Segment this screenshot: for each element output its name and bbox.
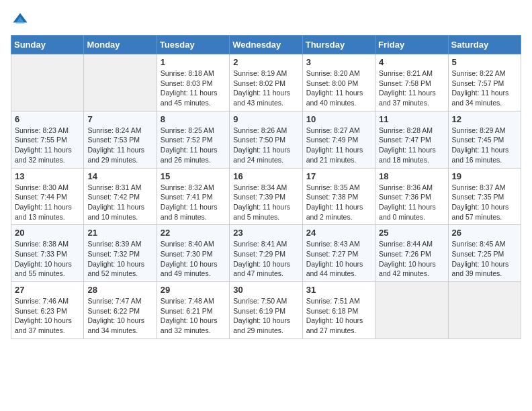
calendar-cell: 28Sunrise: 7:47 AM Sunset: 6:22 PM Dayli… (84, 282, 157, 339)
calendar-cell: 20Sunrise: 8:38 AM Sunset: 7:33 PM Dayli… (11, 225, 84, 282)
calendar-cell: 27Sunrise: 7:46 AM Sunset: 6:23 PM Dayli… (11, 282, 84, 339)
day-number: 13 (15, 171, 80, 181)
calendar-cell: 13Sunrise: 8:30 AM Sunset: 7:44 PM Dayli… (11, 168, 84, 225)
day-number: 1 (161, 57, 226, 67)
day-info: Sunrise: 8:28 AM Sunset: 7:47 PM Dayligh… (379, 126, 444, 165)
calendar-week-5: 27Sunrise: 7:46 AM Sunset: 6:23 PM Dayli… (11, 282, 521, 339)
calendar-cell: 14Sunrise: 8:31 AM Sunset: 7:42 PM Dayli… (84, 168, 157, 225)
calendar-table: SundayMondayTuesdayWednesdayThursdayFrid… (11, 35, 521, 339)
day-info: Sunrise: 8:35 AM Sunset: 7:38 PM Dayligh… (306, 183, 371, 222)
calendar-cell: 8Sunrise: 8:25 AM Sunset: 7:52 PM Daylig… (157, 111, 229, 168)
day-info: Sunrise: 8:25 AM Sunset: 7:52 PM Dayligh… (161, 126, 226, 165)
day-info: Sunrise: 8:44 AM Sunset: 7:26 PM Dayligh… (379, 239, 444, 279)
calendar-cell: 4Sunrise: 8:21 AM Sunset: 7:58 PM Daylig… (375, 54, 448, 111)
day-info: Sunrise: 8:19 AM Sunset: 8:02 PM Dayligh… (233, 68, 298, 108)
day-number: 31 (306, 285, 371, 295)
day-number: 24 (306, 228, 371, 238)
day-number: 23 (233, 228, 298, 238)
day-number: 30 (233, 285, 298, 295)
day-info: Sunrise: 8:29 AM Sunset: 7:45 PM Dayligh… (452, 126, 517, 165)
calendar-cell: 29Sunrise: 7:48 AM Sunset: 6:21 PM Dayli… (157, 282, 229, 339)
weekday-header-friday: Friday (375, 36, 448, 54)
day-info: Sunrise: 8:23 AM Sunset: 7:55 PM Dayligh… (15, 126, 80, 165)
day-number: 15 (161, 171, 226, 181)
calendar-cell (84, 54, 157, 111)
day-number: 9 (233, 114, 298, 124)
calendar-cell: 25Sunrise: 8:44 AM Sunset: 7:26 PM Dayli… (375, 225, 448, 282)
calendar-week-3: 13Sunrise: 8:30 AM Sunset: 7:44 PM Dayli… (11, 168, 521, 225)
day-info: Sunrise: 7:47 AM Sunset: 6:22 PM Dayligh… (87, 296, 152, 336)
calendar-cell: 6Sunrise: 8:23 AM Sunset: 7:55 PM Daylig… (11, 111, 84, 168)
weekday-header-sunday: Sunday (11, 36, 84, 54)
day-info: Sunrise: 8:18 AM Sunset: 8:03 PM Dayligh… (161, 68, 226, 108)
calendar-cell: 17Sunrise: 8:35 AM Sunset: 7:38 PM Dayli… (302, 168, 375, 225)
day-info: Sunrise: 8:41 AM Sunset: 7:29 PM Dayligh… (233, 239, 298, 279)
day-info: Sunrise: 8:38 AM Sunset: 7:33 PM Dayligh… (15, 239, 80, 279)
day-number: 3 (306, 57, 371, 67)
day-info: Sunrise: 7:51 AM Sunset: 6:18 PM Dayligh… (306, 296, 371, 336)
day-number: 7 (87, 114, 152, 124)
day-number: 29 (161, 285, 226, 295)
logo-icon (11, 11, 30, 30)
day-info: Sunrise: 8:20 AM Sunset: 8:00 PM Dayligh… (306, 68, 371, 108)
day-info: Sunrise: 8:30 AM Sunset: 7:44 PM Dayligh… (15, 183, 80, 222)
day-number: 4 (379, 57, 444, 67)
day-info: Sunrise: 8:39 AM Sunset: 7:32 PM Dayligh… (87, 239, 152, 279)
calendar-cell (11, 54, 84, 111)
calendar-cell: 10Sunrise: 8:27 AM Sunset: 7:49 PM Dayli… (302, 111, 375, 168)
day-number: 21 (87, 228, 152, 238)
calendar-cell: 12Sunrise: 8:29 AM Sunset: 7:45 PM Dayli… (448, 111, 521, 168)
day-info: Sunrise: 8:32 AM Sunset: 7:41 PM Dayligh… (161, 183, 226, 222)
weekday-header-tuesday: Tuesday (157, 36, 229, 54)
day-info: Sunrise: 8:34 AM Sunset: 7:39 PM Dayligh… (233, 183, 298, 222)
calendar-cell: 30Sunrise: 7:50 AM Sunset: 6:19 PM Dayli… (230, 282, 302, 339)
calendar-cell: 21Sunrise: 8:39 AM Sunset: 7:32 PM Dayli… (84, 225, 157, 282)
day-info: Sunrise: 8:45 AM Sunset: 7:25 PM Dayligh… (452, 239, 517, 279)
weekday-header-saturday: Saturday (448, 36, 521, 54)
day-info: Sunrise: 7:46 AM Sunset: 6:23 PM Dayligh… (15, 296, 80, 336)
day-info: Sunrise: 8:40 AM Sunset: 7:30 PM Dayligh… (161, 239, 226, 279)
day-number: 20 (15, 228, 80, 238)
calendar-cell: 1Sunrise: 8:18 AM Sunset: 8:03 PM Daylig… (157, 54, 229, 111)
weekday-header-wednesday: Wednesday (230, 36, 302, 54)
day-info: Sunrise: 8:22 AM Sunset: 7:57 PM Dayligh… (452, 68, 517, 108)
calendar-cell: 2Sunrise: 8:19 AM Sunset: 8:02 PM Daylig… (230, 54, 302, 111)
day-number: 26 (452, 228, 517, 238)
calendar-cell: 23Sunrise: 8:41 AM Sunset: 7:29 PM Dayli… (230, 225, 302, 282)
day-number: 8 (161, 114, 226, 124)
calendar-cell: 11Sunrise: 8:28 AM Sunset: 7:47 PM Dayli… (375, 111, 448, 168)
calendar-cell: 22Sunrise: 8:40 AM Sunset: 7:30 PM Dayli… (157, 225, 229, 282)
day-info: Sunrise: 8:37 AM Sunset: 7:35 PM Dayligh… (452, 183, 517, 222)
weekday-header-monday: Monday (84, 36, 157, 54)
calendar-cell: 5Sunrise: 8:22 AM Sunset: 7:57 PM Daylig… (448, 54, 521, 111)
day-number: 12 (452, 114, 517, 124)
weekday-header-thursday: Thursday (302, 36, 375, 54)
day-info: Sunrise: 8:24 AM Sunset: 7:53 PM Dayligh… (87, 126, 152, 165)
calendar-cell: 31Sunrise: 7:51 AM Sunset: 6:18 PM Dayli… (302, 282, 375, 339)
calendar-cell: 24Sunrise: 8:43 AM Sunset: 7:27 PM Dayli… (302, 225, 375, 282)
day-info: Sunrise: 8:43 AM Sunset: 7:27 PM Dayligh… (306, 239, 371, 279)
day-number: 11 (379, 114, 444, 124)
day-number: 14 (87, 171, 152, 181)
calendar-cell: 7Sunrise: 8:24 AM Sunset: 7:53 PM Daylig… (84, 111, 157, 168)
day-info: Sunrise: 8:36 AM Sunset: 7:36 PM Dayligh… (379, 183, 444, 222)
day-number: 28 (87, 285, 152, 295)
day-number: 17 (306, 171, 371, 181)
page-header (11, 11, 521, 30)
day-info: Sunrise: 7:48 AM Sunset: 6:21 PM Dayligh… (161, 296, 226, 336)
day-number: 18 (379, 171, 444, 181)
day-info: Sunrise: 8:26 AM Sunset: 7:50 PM Dayligh… (233, 126, 298, 165)
day-number: 27 (15, 285, 80, 295)
weekday-header-row: SundayMondayTuesdayWednesdayThursdayFrid… (11, 36, 521, 54)
calendar-cell (448, 282, 521, 339)
calendar-week-4: 20Sunrise: 8:38 AM Sunset: 7:33 PM Dayli… (11, 225, 521, 282)
calendar-cell: 3Sunrise: 8:20 AM Sunset: 8:00 PM Daylig… (302, 54, 375, 111)
day-info: Sunrise: 8:21 AM Sunset: 7:58 PM Dayligh… (379, 68, 444, 108)
day-info: Sunrise: 8:31 AM Sunset: 7:42 PM Dayligh… (87, 183, 152, 222)
day-number: 16 (233, 171, 298, 181)
calendar-cell: 16Sunrise: 8:34 AM Sunset: 7:39 PM Dayli… (230, 168, 302, 225)
calendar-week-2: 6Sunrise: 8:23 AM Sunset: 7:55 PM Daylig… (11, 111, 521, 168)
calendar-cell: 18Sunrise: 8:36 AM Sunset: 7:36 PM Dayli… (375, 168, 448, 225)
day-number: 25 (379, 228, 444, 238)
day-info: Sunrise: 8:27 AM Sunset: 7:49 PM Dayligh… (306, 126, 371, 165)
